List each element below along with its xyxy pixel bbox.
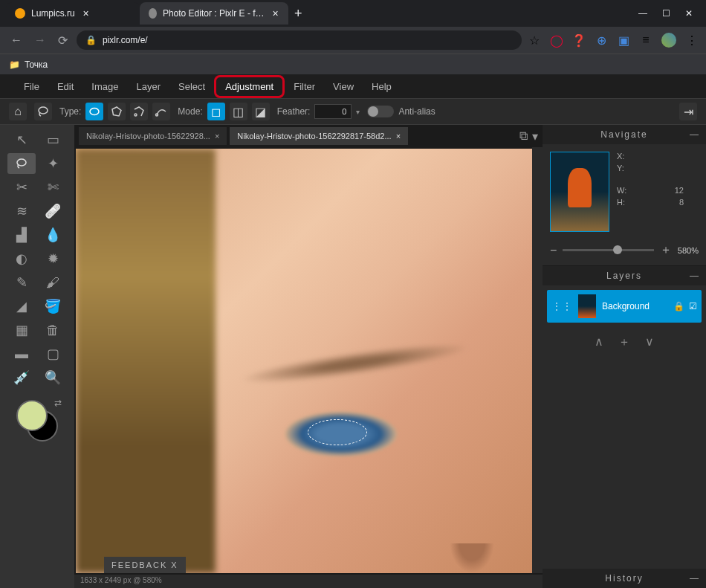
layers-panel-header[interactable]: Layers — bbox=[543, 266, 706, 285]
layer-thumbnail bbox=[578, 294, 596, 318]
lock-icon[interactable]: 🔒 bbox=[673, 301, 684, 311]
menu-file[interactable]: File bbox=[15, 77, 48, 96]
close-icon[interactable]: × bbox=[81, 8, 91, 19]
blur-tool[interactable]: 💧 bbox=[39, 224, 67, 245]
tab-title: Lumpics.ru bbox=[31, 8, 75, 19]
visibility-icon[interactable]: ☑ bbox=[689, 301, 697, 311]
drag-handle-icon[interactable]: ⋮⋮ bbox=[551, 300, 572, 312]
menu-edit[interactable]: Edit bbox=[48, 77, 82, 96]
home-button[interactable]: ⌂ bbox=[9, 103, 27, 120]
back-button[interactable]: ← bbox=[7, 30, 25, 50]
menu-adjustment[interactable]: Adjustment bbox=[214, 75, 285, 98]
extension-icon[interactable]: ☆ bbox=[528, 33, 541, 47]
lasso-freehand-button[interactable] bbox=[85, 103, 103, 120]
minimize-button[interactable]: — bbox=[638, 8, 647, 19]
extension-icon[interactable]: ❓ bbox=[572, 33, 586, 47]
dropdown-icon[interactable]: ▾ bbox=[532, 129, 538, 143]
zoom-out-button[interactable]: − bbox=[550, 244, 557, 257]
bookmark-folder[interactable]: Точка bbox=[25, 59, 48, 70]
feedback-button[interactable]: FEEDBACK X bbox=[104, 557, 186, 573]
lasso-tool-icon[interactable] bbox=[34, 103, 52, 120]
heal-tool[interactable]: 🩹 bbox=[39, 201, 67, 222]
wand-tool[interactable]: ✦ bbox=[39, 153, 67, 174]
extension-icon[interactable]: ▣ bbox=[617, 33, 630, 47]
antialias-toggle[interactable] bbox=[367, 106, 394, 117]
clone-tool[interactable]: ▟ bbox=[7, 224, 36, 245]
browser-tab-lumpics[interactable]: Lumpics.ru × bbox=[6, 2, 140, 25]
mode-new-button[interactable]: ◻ bbox=[207, 103, 225, 120]
history-panel-header[interactable]: History — bbox=[543, 569, 706, 588]
extension-icon[interactable]: ◯ bbox=[550, 33, 563, 47]
dodge-tool[interactable]: ◐ bbox=[7, 248, 36, 269]
navigate-panel-header[interactable]: Navigate — bbox=[543, 125, 706, 144]
pen-tool[interactable]: ✎ bbox=[7, 272, 36, 293]
canvas[interactable] bbox=[76, 149, 541, 573]
menu-icon[interactable]: ⋮ bbox=[685, 33, 699, 47]
add-layer-button[interactable]: ＋ bbox=[618, 335, 630, 350]
text-tool[interactable]: ▬ bbox=[7, 343, 36, 364]
mode-subtract-button[interactable]: ◪ bbox=[252, 103, 270, 120]
mode-add-button[interactable]: ◫ bbox=[230, 103, 247, 120]
collapse-icon[interactable]: — bbox=[690, 573, 700, 584]
dropdown-icon[interactable]: ▾ bbox=[356, 108, 360, 116]
fill-tool[interactable]: 🪣 bbox=[39, 296, 67, 317]
zoom-in-button[interactable]: ＋ bbox=[660, 242, 672, 258]
marquee-tool[interactable]: ▭ bbox=[39, 129, 67, 150]
lasso-magnetic-button[interactable] bbox=[130, 103, 148, 120]
layer-up-button[interactable]: ∧ bbox=[595, 335, 603, 350]
lasso-polygon-button[interactable] bbox=[108, 103, 126, 120]
menu-view[interactable]: View bbox=[324, 77, 363, 96]
collapse-icon[interactable]: — bbox=[690, 271, 700, 281]
extension-icon[interactable]: ≡ bbox=[639, 33, 652, 47]
cut-tool[interactable]: ✄ bbox=[39, 177, 67, 198]
reload-button[interactable]: ⟳ bbox=[55, 30, 71, 51]
lasso-tool[interactable] bbox=[7, 153, 36, 174]
gradient-tool[interactable]: ▦ bbox=[7, 320, 36, 340]
close-icon[interactable]: × bbox=[271, 8, 279, 19]
menu-help[interactable]: Help bbox=[363, 77, 401, 96]
selection-marquee[interactable] bbox=[308, 419, 367, 445]
forward-button[interactable]: → bbox=[31, 30, 49, 50]
zoom-slider[interactable] bbox=[563, 249, 654, 251]
extension-icon[interactable]: ⊕ bbox=[595, 33, 608, 47]
brush-tool[interactable]: 🖌 bbox=[39, 272, 67, 293]
crop-tool[interactable]: ✂ bbox=[7, 177, 36, 198]
sponge-tool[interactable]: ✹ bbox=[39, 248, 67, 269]
image-content bbox=[239, 336, 472, 390]
close-icon[interactable]: × bbox=[396, 132, 401, 140]
browser-tab-pixlr[interactable]: Photo Editor : Pixlr E - free image × bbox=[140, 2, 288, 25]
feather-input[interactable] bbox=[314, 104, 352, 119]
collapse-icon[interactable]: — bbox=[690, 129, 700, 140]
vertical-scrollbar[interactable] bbox=[532, 147, 543, 573]
color-swatches[interactable]: ⇄ bbox=[16, 400, 58, 442]
shape-tool[interactable]: ▢ bbox=[39, 343, 67, 364]
zoom-tool[interactable]: 🔍 bbox=[39, 367, 67, 388]
foreground-color[interactable] bbox=[16, 400, 48, 431]
maximize-button[interactable]: ☐ bbox=[662, 8, 670, 19]
window-arrange-icon[interactable]: ⧉ bbox=[519, 129, 528, 143]
arrow-tool[interactable]: ↖ bbox=[7, 129, 36, 150]
expand-toolbar-button[interactable]: ⇥ bbox=[679, 103, 697, 120]
menu-select[interactable]: Select bbox=[169, 77, 214, 96]
feather-label: Feather: bbox=[277, 106, 311, 117]
picker-tool[interactable]: 💉 bbox=[7, 367, 36, 388]
menu-image[interactable]: Image bbox=[82, 77, 127, 96]
navigator-thumbnail[interactable] bbox=[550, 152, 609, 232]
replace-tool[interactable]: 🗑 bbox=[39, 320, 67, 340]
close-window-button[interactable]: ✕ bbox=[685, 8, 693, 19]
menu-layer[interactable]: Layer bbox=[128, 77, 170, 96]
url-input[interactable]: 🔒 pixlr.com/e/ bbox=[77, 30, 522, 50]
tab-title: Photo Editor : Pixlr E - free image bbox=[163, 8, 265, 19]
document-tab[interactable]: Nikolay-Hristov-photo-1562292817-58d2...… bbox=[230, 127, 408, 145]
document-tab[interactable]: Nikolay-Hristov-photo-15622928...× bbox=[79, 127, 227, 145]
layer-down-button[interactable]: ∨ bbox=[645, 335, 654, 350]
layer-item[interactable]: ⋮⋮ Background 🔒 ☑ bbox=[547, 290, 702, 323]
liquify-tool[interactable]: ≋ bbox=[7, 201, 36, 222]
new-tab-button[interactable]: + bbox=[288, 6, 308, 22]
lasso-bezier-button[interactable] bbox=[152, 103, 170, 120]
avatar[interactable] bbox=[661, 33, 676, 48]
eraser-tool[interactable]: ◢ bbox=[7, 296, 36, 317]
menu-filter[interactable]: Filter bbox=[285, 77, 324, 96]
swap-colors-icon[interactable]: ⇄ bbox=[54, 398, 62, 408]
close-icon[interactable]: × bbox=[215, 132, 219, 140]
